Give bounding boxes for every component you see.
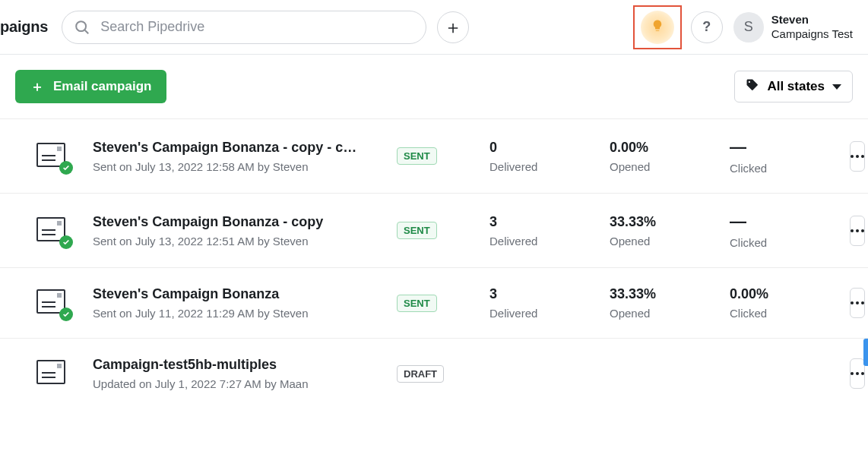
status-col: SENT bbox=[397, 295, 480, 312]
check-badge-icon bbox=[59, 308, 73, 321]
svg-point-0 bbox=[76, 21, 86, 31]
plus-icon: ＋ bbox=[30, 77, 44, 96]
campaign-subtitle: Updated on July 1, 2022 7:27 AM by Maan bbox=[93, 377, 388, 390]
more-button[interactable] bbox=[850, 141, 865, 172]
page-title: paigns bbox=[0, 18, 48, 36]
plus-icon: ＋ bbox=[444, 18, 462, 36]
status-badge: SENT bbox=[397, 222, 437, 239]
metric-clicked: — Clicked bbox=[730, 137, 841, 175]
metric-label: Clicked bbox=[730, 307, 841, 320]
more-button[interactable] bbox=[850, 216, 865, 246]
hints-button[interactable] bbox=[641, 11, 674, 44]
campaign-icon bbox=[36, 360, 68, 387]
campaign-row[interactable]: Steven's Campaign Bonanza - copy - c… Se… bbox=[0, 119, 868, 194]
metric-clicked: 0.00% Clicked bbox=[730, 286, 841, 320]
help-icon: ? bbox=[702, 19, 711, 35]
user-name: Steven bbox=[771, 13, 853, 27]
campaign-row[interactable]: Steven's Campaign Bonanza - copy Sent on… bbox=[0, 194, 868, 268]
campaign-row[interactable]: Steven's Campaign Bonanza Sent on July 1… bbox=[0, 268, 868, 339]
metric-label: Opened bbox=[610, 235, 721, 248]
campaign-title: Steven's Campaign Bonanza - copy - c… bbox=[93, 140, 388, 156]
metric-clicked: — Clicked bbox=[730, 212, 841, 249]
new-campaign-button[interactable]: ＋ Email campaign bbox=[15, 70, 166, 103]
metric-delivered: 3 Delivered bbox=[489, 214, 600, 248]
user-subtitle: Campaigns Test bbox=[771, 27, 853, 42]
status-badge: SENT bbox=[397, 147, 437, 165]
hints-highlight bbox=[633, 5, 682, 49]
metric-label: Opened bbox=[610, 307, 721, 320]
metric-value: 0 bbox=[489, 140, 600, 156]
user-menu[interactable]: S Steven Campaigns Test bbox=[733, 12, 853, 43]
campaign-title: Campaign-test5hb-multiples bbox=[93, 357, 388, 373]
campaign-main: Steven's Campaign Bonanza Sent on July 1… bbox=[93, 286, 388, 320]
check-badge-icon bbox=[59, 161, 73, 175]
dots-icon bbox=[851, 301, 864, 304]
metric-opened: 33.33% Opened bbox=[610, 214, 721, 248]
dots-icon bbox=[851, 229, 864, 232]
search-input[interactable] bbox=[62, 11, 426, 44]
top-bar: paigns ＋ ? S Steven Campaigns Test bbox=[0, 0, 868, 55]
campaign-icon bbox=[36, 143, 68, 170]
metric-label: Clicked bbox=[730, 162, 841, 175]
status-badge: DRAFT bbox=[397, 365, 444, 383]
more-button[interactable] bbox=[850, 288, 865, 318]
metric-label: Delivered bbox=[489, 160, 600, 173]
metric-label: Opened bbox=[610, 160, 721, 173]
metric-value: 33.33% bbox=[610, 214, 721, 230]
campaign-main: Steven's Campaign Bonanza - copy - c… Se… bbox=[93, 140, 388, 173]
status-col: DRAFT bbox=[397, 365, 480, 383]
metric-opened: 33.33% Opened bbox=[610, 286, 721, 320]
lightbulb-icon bbox=[651, 19, 664, 35]
scroll-indicator[interactable] bbox=[863, 339, 868, 366]
metric-label: Delivered bbox=[489, 307, 600, 320]
metric-opened: 0.00% Opened bbox=[610, 140, 721, 173]
chevron-down-icon bbox=[832, 84, 841, 90]
metric-label: Clicked bbox=[730, 236, 841, 249]
avatar: S bbox=[733, 12, 764, 43]
more-button[interactable] bbox=[850, 358, 865, 389]
campaign-subtitle: Sent on July 13, 2022 12:51 AM by Steven bbox=[93, 235, 388, 248]
metric-value: — bbox=[730, 137, 841, 157]
search-wrap bbox=[62, 11, 426, 44]
metric-value: — bbox=[730, 212, 841, 232]
dots-icon bbox=[851, 155, 864, 158]
metric-label: Delivered bbox=[489, 235, 600, 248]
help-button[interactable]: ? bbox=[691, 11, 723, 43]
campaign-main: Steven's Campaign Bonanza - copy Sent on… bbox=[93, 214, 388, 248]
campaign-row[interactable]: Campaign-test5hb-multiples Updated on Ju… bbox=[0, 339, 868, 408]
svg-line-1 bbox=[85, 30, 89, 33]
toolbar: ＋ Email campaign All states bbox=[0, 55, 868, 119]
campaign-icon bbox=[36, 289, 68, 317]
search-icon bbox=[74, 19, 90, 36]
status-badge: SENT bbox=[397, 295, 437, 312]
campaign-subtitle: Sent on July 11, 2022 11:29 AM by Steven bbox=[93, 307, 388, 320]
filter-states-button[interactable]: All states bbox=[734, 71, 853, 102]
user-text: Steven Campaigns Test bbox=[771, 13, 853, 42]
filter-label: All states bbox=[767, 79, 825, 94]
metric-delivered: 0 Delivered bbox=[489, 140, 600, 173]
metric-value: 3 bbox=[489, 214, 600, 230]
status-col: SENT bbox=[397, 147, 480, 165]
tag-icon bbox=[746, 78, 759, 96]
campaign-list: Steven's Campaign Bonanza - copy - c… Se… bbox=[0, 119, 868, 408]
metric-delivered: 3 Delivered bbox=[489, 286, 600, 320]
dots-icon bbox=[851, 372, 864, 375]
add-button[interactable]: ＋ bbox=[437, 11, 469, 43]
status-col: SENT bbox=[397, 222, 480, 239]
campaign-subtitle: Sent on July 13, 2022 12:58 AM by Steven bbox=[93, 160, 388, 173]
metric-value: 0.00% bbox=[730, 286, 841, 302]
metric-value: 0.00% bbox=[610, 140, 721, 156]
new-campaign-label: Email campaign bbox=[53, 79, 151, 94]
campaign-main: Campaign-test5hb-multiples Updated on Ju… bbox=[93, 357, 388, 390]
campaign-icon bbox=[36, 217, 68, 244]
campaign-title: Steven's Campaign Bonanza bbox=[93, 286, 388, 302]
check-badge-icon bbox=[59, 235, 73, 249]
metric-value: 3 bbox=[489, 286, 600, 302]
metric-value: 33.33% bbox=[610, 286, 721, 302]
campaign-title: Steven's Campaign Bonanza - copy bbox=[93, 214, 388, 230]
